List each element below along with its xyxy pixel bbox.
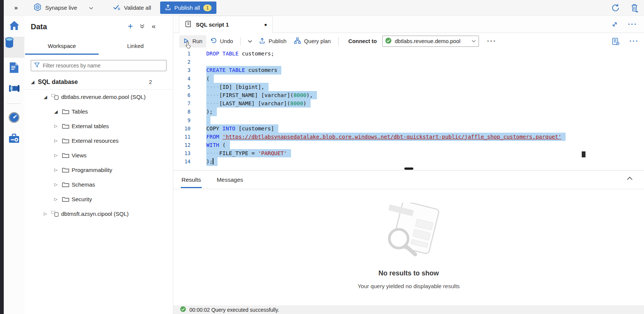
refresh-icon[interactable] [611, 3, 620, 12]
tree-expander-icon[interactable]: ◢ [51, 109, 60, 114]
collapse-all-icon[interactable] [140, 24, 145, 29]
tree-item-schemas[interactable]: ▷Schemas [24, 177, 173, 192]
tree-item-sql-database[interactable]: ◢SQL database2 [24, 75, 173, 90]
connection-dropdown[interactable]: dbtlabs.revenue.demo.pool [382, 36, 479, 47]
tree-expander-icon[interactable]: ▷ [51, 138, 60, 143]
code-line[interactable]: 6····[FIRST_NAME] [varchar](8000), [173, 91, 644, 99]
code-line[interactable]: 7····[LAST_NAME] [varchar](8000) [173, 99, 644, 108]
run-options-chevron-icon[interactable] [245, 37, 255, 46]
line-number[interactable]: 1 [173, 49, 193, 58]
collapse-panel-icon[interactable]: « [152, 23, 156, 30]
line-number[interactable]: 8 [173, 108, 193, 116]
tab-more-icon[interactable]: ··· [628, 22, 637, 26]
tree-expander-icon[interactable]: ▷ [51, 167, 60, 172]
line-number[interactable]: 10 [173, 124, 193, 133]
tree-expander-icon[interactable]: ◢ [41, 94, 50, 100]
nav-monitor[interactable] [4, 108, 24, 129]
publish-all-label: Publish all [174, 4, 200, 11]
show-breadcrumb-icon[interactable]: » [14, 4, 18, 12]
tab-sql-script-1[interactable]: SQL script 1 ● [179, 16, 273, 33]
tab-messages[interactable]: Messages [216, 172, 244, 188]
code-line[interactable]: 13····FILE_TYPE = 'PARQUET' [173, 149, 644, 157]
tree-item-external-resources[interactable]: ▷External resources [24, 133, 173, 148]
code-line[interactable]: 9 [173, 116, 644, 124]
expand-editor-icon[interactable] [611, 21, 618, 28]
line-number[interactable]: 4 [173, 75, 193, 83]
tree-item-external-tables[interactable]: ▷External tables [24, 119, 173, 133]
nav-develop[interactable] [4, 58, 24, 79]
line-number[interactable]: 2 [173, 58, 193, 66]
code-line[interactable]: 8); [173, 108, 644, 116]
undo-button[interactable]: Undo [206, 35, 237, 48]
top-command-bar: » Synapse live Validate all Publish all … [4, 0, 644, 16]
line-number[interactable]: 9 [173, 116, 193, 124]
tab-workspace[interactable]: Workspace [25, 38, 99, 55]
no-results-illustration [369, 203, 448, 260]
run-button[interactable]: Run [179, 35, 206, 48]
add-resource-button[interactable]: + [128, 22, 133, 30]
tab-linked[interactable]: Linked [99, 38, 172, 55]
tree-item-programmability[interactable]: ▷Programmability [24, 163, 173, 177]
tree-item-security[interactable]: ▷Security [24, 192, 173, 206]
query-plan-button[interactable]: Query plan [290, 35, 335, 48]
left-nav-rail [4, 16, 24, 314]
tree-item-dbtlabs-revenue-demo-pool-sql[interactable]: ◢dbtlabs.revenue.demo.pool (SQL) [24, 90, 173, 104]
properties-icon[interactable] [612, 37, 620, 45]
empty-state-title: No results to show [378, 269, 439, 277]
code-line[interactable]: 12WITH ( [173, 141, 644, 149]
selection-highlight: ····[LAST_NAME] [varchar](8000) [206, 99, 311, 108]
folder-icon [60, 196, 71, 202]
tree-expander-icon[interactable]: ▷ [51, 197, 60, 202]
tree-expander-icon[interactable]: ▷ [51, 182, 60, 187]
panel-splitter[interactable] [173, 167, 644, 170]
line-number[interactable]: 3 [173, 66, 193, 74]
code-line[interactable]: 14); [173, 157, 644, 166]
splitter-handle-icon[interactable] [404, 167, 413, 170]
tree-item-label: Views [72, 152, 87, 158]
line-number[interactable]: 6 [173, 91, 193, 99]
tree-item-label: Tables [72, 108, 88, 115]
nav-data[interactable] [4, 37, 24, 58]
line-number[interactable]: 12 [173, 141, 193, 149]
mode-selector[interactable]: Synapse live [33, 3, 93, 12]
publish-all-button[interactable]: Publish all 1 [160, 1, 216, 14]
tree-item-views[interactable]: ▷Views [24, 148, 173, 163]
tree-item-tables[interactable]: ◢Tables [24, 104, 173, 119]
undo-label: Undo [220, 38, 233, 44]
code-line[interactable]: 2 [173, 58, 644, 66]
line-number[interactable]: 5 [173, 83, 193, 91]
nav-manage[interactable] [4, 129, 24, 150]
editor-more-icon[interactable]: ··· [629, 39, 639, 43]
discard-all-icon[interactable] [630, 3, 639, 12]
line-number[interactable]: 7 [173, 99, 193, 108]
line-number[interactable]: 11 [173, 133, 193, 141]
mode-label: Synapse live [45, 4, 77, 11]
filter-input[interactable] [43, 63, 163, 69]
collapse-results-icon[interactable] [627, 176, 633, 180]
nav-integrate[interactable] [4, 79, 24, 100]
selection-highlight: ); [206, 157, 218, 166]
tree-expander-icon[interactable]: ◢ [28, 79, 37, 85]
code-editor[interactable]: 1DROP TABLE customers;23CREATE TABLE cus… [173, 49, 644, 167]
code-line[interactable]: 3CREATE TABLE customers [173, 66, 644, 74]
publish-button[interactable]: Publish [255, 35, 290, 48]
tree-item-label: External resources [72, 138, 119, 144]
tab-results[interactable]: Results [181, 172, 202, 188]
tree-expander-icon[interactable]: ▷ [41, 211, 50, 216]
code-line[interactable]: 10COPY INTO [customers] [173, 124, 644, 133]
line-number[interactable]: 13 [173, 149, 193, 157]
rail-divider [7, 103, 21, 104]
results-panel: Results Messages [173, 170, 644, 314]
document-tabstrip: SQL script 1 ● ··· [173, 16, 644, 33]
code-line[interactable]: 4( [173, 75, 644, 83]
tree-expander-icon[interactable]: ▷ [51, 153, 60, 158]
nav-home[interactable] [4, 16, 24, 37]
tree-item-dbtmsft-azsyn-cipool-sql[interactable]: ▷dbtmsft.azsyn.cipool (SQL) [24, 206, 173, 221]
code-line[interactable]: 1DROP TABLE customers; [173, 49, 644, 58]
toolbar-more-icon[interactable]: ··· [487, 39, 497, 43]
tree-expander-icon[interactable]: ▷ [51, 124, 60, 129]
code-line[interactable]: 5····[ID] [bigint], [173, 83, 644, 91]
code-line[interactable]: 11FROM 'https://dbtlabsynapsedatalake.bl… [173, 133, 644, 141]
line-number[interactable]: 14 [173, 157, 193, 166]
validate-all-button[interactable]: Validate all [113, 4, 151, 12]
